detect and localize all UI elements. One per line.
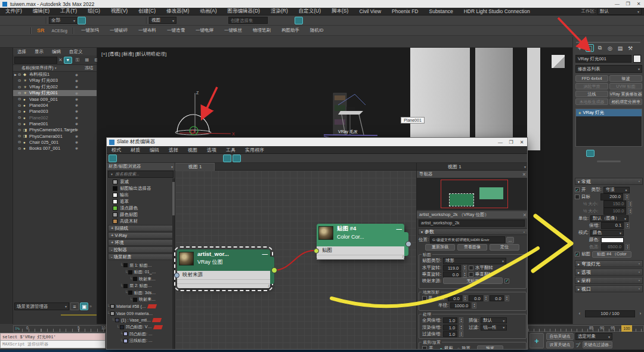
- slate-zero-icon[interactable]: [194, 155, 203, 162]
- purple-box-icon[interactable]: [266, 38, 274, 45]
- schematic-view-icon[interactable]: [311, 17, 320, 24]
- menu-item[interactable]: 工具(T): [55, 8, 82, 15]
- modifier-quick-button[interactable]: VRay 置换修改器: [609, 91, 642, 97]
- bw-gradient-icon[interactable]: [329, 27, 337, 35]
- slate-maximize-button[interactable]: ❐: [506, 140, 516, 145]
- minimize-button[interactable]: —: [612, 1, 623, 7]
- select-place-icon[interactable]: [136, 17, 144, 24]
- browser-map-item[interactable]: 顶点颜色: [107, 205, 175, 211]
- undo-icon[interactable]: [2, 17, 11, 24]
- texture-checkbox[interactable]: ✓: [575, 252, 580, 257]
- menu-item[interactable]: 编辑(E): [27, 8, 55, 15]
- curve-editor-icon[interactable]: [303, 17, 311, 24]
- frozen-toggle-icon[interactable]: ✱: [75, 73, 78, 77]
- dock-sun-icon[interactable]: [0, 95, 12, 106]
- object-color-swatch[interactable]: [633, 55, 641, 63]
- v-rotation-field[interactable]: 0.0: [443, 271, 461, 277]
- maximize-button[interactable]: ❐: [623, 1, 633, 7]
- frozen-toggle-icon[interactable]: ✱: [75, 140, 78, 144]
- bind-spacewarp-icon[interactable]: [36, 17, 44, 24]
- eye-icon[interactable]: ⊙: [18, 115, 23, 120]
- interpolation-select[interactable]: 默认: [481, 317, 507, 323]
- slate-show-bg-icon[interactable]: [233, 155, 241, 162]
- slate-minimize-button[interactable]: —: [495, 140, 506, 145]
- frame-fwd-icon[interactable]: ›: [636, 310, 644, 317]
- texture-map-button[interactable]: 贴图 #4 （Color: [592, 251, 631, 258]
- sr-button[interactable]: SR: [33, 27, 48, 33]
- plus-tool-icon[interactable]: [387, 27, 395, 35]
- frozen-toggle-icon[interactable]: ✱: [75, 103, 78, 107]
- ground-on-checkbox[interactable]: [422, 296, 427, 301]
- spinner-icon[interactable]: [463, 265, 467, 271]
- reload-button[interactable]: 重新加载: [425, 244, 455, 251]
- box-primitive-icon[interactable]: [82, 38, 91, 45]
- slate-menu-item[interactable]: 工具: [221, 147, 240, 153]
- browser-group-header[interactable]: + 环境: [108, 239, 174, 246]
- plugin-button[interactable]: 物理笔刷: [247, 27, 276, 33]
- h-rotation-field[interactable]: 119.0: [443, 265, 461, 271]
- plugin-button[interactable]: 一键造雪: [162, 27, 190, 33]
- plugin-button[interactable]: 随机ID: [305, 27, 329, 33]
- dock-select-icon[interactable]: [0, 48, 12, 58]
- browser-map-item[interactable]: 遮罩: [107, 198, 175, 205]
- teal-shape-icon[interactable]: [332, 38, 340, 45]
- view-tab[interactable]: 视图 1: [175, 163, 215, 171]
- ground-y-field[interactable]: 0.0: [469, 295, 483, 301]
- ground-z-field[interactable]: 0.0: [490, 295, 504, 301]
- slate-menu-item[interactable]: 材质: [126, 147, 145, 153]
- plugin-button[interactable]: 一键布料: [133, 27, 162, 33]
- overflow-chevrons-icon[interactable]: »: [89, 304, 92, 308]
- key-tangent-icon[interactable]: プ: [575, 342, 580, 348]
- param-close-icon[interactable]: ✕: [523, 212, 527, 218]
- scene-material-tree-row[interactable]: └ 映射来…: [107, 276, 175, 283]
- dock-down-icon[interactable]: [0, 179, 12, 190]
- name-column-header[interactable]: 名称(按降序排序): [13, 65, 54, 71]
- help-icon[interactable]: [305, 38, 314, 45]
- menu-item[interactable]: 视图(V): [106, 8, 133, 15]
- pan-icon[interactable]: [624, 341, 633, 349]
- explorer-menu-item[interactable]: 显示: [30, 49, 48, 55]
- node-input-socket[interactable]: [174, 273, 179, 278]
- modifier-quick-button[interactable]: FFD 4x4x4: [575, 75, 608, 82]
- cam-tool-icon[interactable]: [420, 27, 429, 35]
- scene-object-row[interactable]: ⊙ ◨ PhysCamera001 ✱: [13, 133, 97, 139]
- navigator-canvas[interactable]: [417, 178, 528, 210]
- scale-icon[interactable]: [128, 17, 136, 24]
- filter-select[interactable]: 锐—性: [481, 325, 507, 331]
- scene-object-row[interactable]: ⊙ ☀ VRay 灯光003 ✱: [13, 78, 97, 84]
- material-editor-icon[interactable]: [320, 17, 328, 24]
- navigator-node1[interactable]: [450, 194, 473, 206]
- browser-search-input[interactable]: 按名称搜索...: [115, 171, 140, 177]
- dock-panel-icon[interactable]: [0, 143, 12, 154]
- scene-object-row[interactable]: ⊙ ☀ VRay 灯光002 ✱: [13, 84, 97, 90]
- slate-assign-icon[interactable]: [175, 155, 184, 162]
- rotate-icon[interactable]: [119, 17, 128, 24]
- scene-object-row[interactable]: ⊙ ● Plane004 ✱: [13, 102, 97, 108]
- scene-object-row[interactable]: ⊙ ● Books 007_001 ✱: [13, 146, 97, 152]
- scene-material-tree-row[interactable]: └ 法线贴图: …: [107, 338, 175, 345]
- dock-light-icon[interactable]: [0, 72, 12, 82]
- configure-modifier-sets-icon[interactable]: [618, 150, 627, 157]
- slate-target-icon[interactable]: [185, 155, 193, 162]
- list-tool-icon[interactable]: [412, 27, 420, 35]
- dock-clock-icon[interactable]: [0, 155, 12, 166]
- hex-tool-icon[interactable]: [437, 27, 445, 35]
- eye-icon[interactable]: ⊙: [18, 134, 23, 138]
- view-image-button[interactable]: 查看图像: [457, 244, 487, 251]
- render-mult-field[interactable]: 1.0: [443, 325, 457, 331]
- selection-set-select[interactable]: 选定对象: [575, 333, 612, 340]
- slate-pencil-icon[interactable]: [118, 155, 126, 162]
- slate-pick-icon[interactable]: [128, 155, 136, 162]
- red-dashed-box-icon[interactable]: [279, 38, 287, 45]
- menu-item[interactable]: Substance: [423, 8, 458, 14]
- stack-item-selected[interactable]: ⚹ VRay 灯光: [576, 109, 642, 116]
- scene-object-row[interactable]: ⊙ ● Plane003 ✱: [13, 109, 97, 115]
- eye-icon[interactable]: ⊙: [18, 103, 23, 108]
- material-name-field[interactable]: artist_workshop_2k: [419, 220, 525, 227]
- camera-create-icon[interactable]: [56, 38, 64, 45]
- mirror-icon[interactable]: [270, 17, 278, 24]
- slate-pan-icon[interactable]: [242, 155, 250, 162]
- frame-counter-field[interactable]: 100 / 100: [585, 310, 635, 317]
- plugin-button[interactable]: 一键电焊: [190, 27, 219, 33]
- menu-item[interactable]: 图形编辑器(D): [222, 8, 265, 15]
